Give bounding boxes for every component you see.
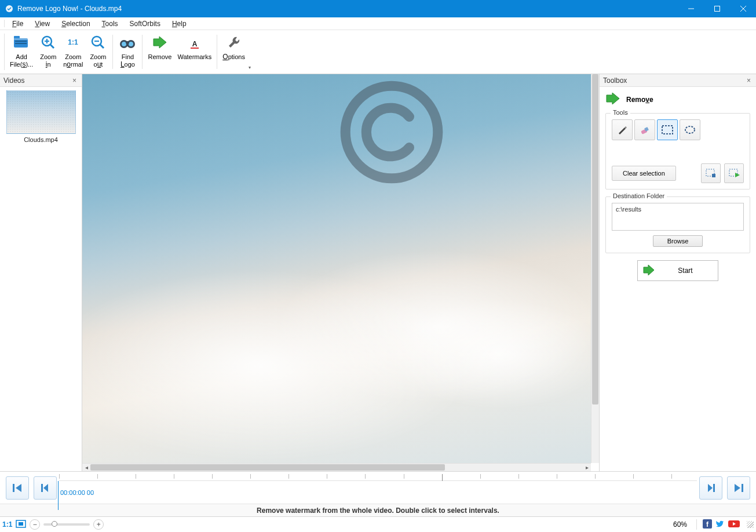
zoom-slider[interactable] xyxy=(43,523,90,526)
tool-label: Watermarks xyxy=(177,53,211,61)
zoom-in-icon xyxy=(41,32,56,52)
zoom-normal-button[interactable]: 1:1 Zoomnormal xyxy=(61,31,85,72)
videos-panel-title: Videos xyxy=(3,76,24,85)
options-button[interactable]: Options xyxy=(220,31,247,72)
add-files-button[interactable]: AddFile(s)... xyxy=(8,31,35,72)
toolbar-separator xyxy=(142,35,143,69)
svg-rect-2 xyxy=(714,6,720,12)
facebook-icon[interactable]: f xyxy=(703,519,712,530)
destination-legend: Destination Folder xyxy=(611,192,667,199)
skip-back-button[interactable] xyxy=(6,476,29,500)
zoom-out-icon xyxy=(90,32,105,52)
eraser-tool[interactable] xyxy=(634,119,655,140)
workspace: Videos × Clouds.mp4 ◂ ▸ Too xyxy=(0,74,756,471)
player-bar: 00:00:00 00 xyxy=(0,471,756,504)
svg-rect-7 xyxy=(14,38,28,40)
text-watermark-icon: A xyxy=(187,32,202,52)
toolbox-panel-close[interactable]: × xyxy=(745,76,753,85)
browse-button[interactable]: Browse xyxy=(653,235,703,247)
tool-label: Zoomout xyxy=(90,53,106,68)
arrow-remove-icon xyxy=(151,32,169,52)
main-view: ◂ ▸ xyxy=(82,74,599,471)
svg-point-25 xyxy=(345,86,438,178)
youtube-icon[interactable] xyxy=(728,519,740,530)
menu-view[interactable]: View xyxy=(29,17,56,30)
video-canvas[interactable] xyxy=(82,74,591,463)
videos-panel-header: Videos × xyxy=(0,74,82,87)
freeform-select-tool[interactable] xyxy=(680,119,700,140)
minimize-button[interactable] xyxy=(678,0,704,17)
timeline-ticks xyxy=(59,474,697,481)
menu-softorbits[interactable]: SoftOrbits xyxy=(124,17,166,30)
svg-rect-22 xyxy=(126,41,129,43)
menu-tools[interactable]: Tools xyxy=(96,17,124,30)
tool-label: Zoomnormal xyxy=(63,53,83,68)
find-logo-button[interactable]: FindLogo xyxy=(116,31,139,72)
toolbar: AddFile(s)... Zoomin 1:1 Zoomnormal Zoom… xyxy=(0,30,756,74)
close-button[interactable] xyxy=(730,0,756,17)
zoom-out-status[interactable]: − xyxy=(30,519,40,530)
horizontal-scrollbar[interactable]: ◂ ▸ xyxy=(82,463,591,471)
scroll-right-arrow[interactable]: ▸ xyxy=(583,464,591,471)
video-thumbnail-label: Clouds.mp4 xyxy=(24,136,58,143)
scrollbar-track[interactable] xyxy=(90,464,583,471)
video-thumbnail[interactable] xyxy=(6,90,76,134)
rectangle-select-tool[interactable] xyxy=(657,119,678,140)
scrollbar-thumb[interactable] xyxy=(592,74,598,405)
svg-rect-9 xyxy=(15,43,27,44)
menu-selection[interactable]: Selection xyxy=(56,17,96,30)
svg-point-20 xyxy=(122,42,126,46)
tool-label: Remove xyxy=(148,53,171,61)
videos-panel: Videos × Clouds.mp4 xyxy=(0,74,82,471)
vertical-scrollbar[interactable] xyxy=(591,74,599,463)
selection-aux2-button[interactable] xyxy=(724,163,744,183)
toolbox-panel-header: Toolbox × xyxy=(600,74,756,87)
maximize-button[interactable] xyxy=(704,0,730,17)
zoom-normal-icon: 1:1 xyxy=(65,32,81,52)
videos-panel-close[interactable]: × xyxy=(71,76,78,85)
videos-list: Clouds.mp4 xyxy=(0,87,82,147)
twitter-icon[interactable] xyxy=(715,519,725,530)
timeline[interactable]: 00:00:00 00 xyxy=(59,472,697,504)
watermarks-button[interactable]: A Watermarks xyxy=(175,31,214,72)
svg-point-21 xyxy=(129,42,133,46)
zoom-in-status[interactable]: + xyxy=(93,519,104,530)
wrench-icon xyxy=(227,32,242,52)
svg-rect-34 xyxy=(41,484,43,492)
status-bar: 1:1 − + 60% f xyxy=(0,516,756,532)
tool-label: AddFile(s)... xyxy=(10,53,33,68)
resize-grip[interactable] xyxy=(747,521,754,528)
zoom-in-button[interactable]: Zoomin xyxy=(36,31,60,72)
arrow-remove-icon xyxy=(605,93,622,106)
menu-help[interactable]: Help xyxy=(166,17,192,30)
binoculars-icon xyxy=(119,32,136,52)
marker-tool[interactable] xyxy=(612,119,633,140)
menu-bar: File View Selection Tools SoftOrbits Hel… xyxy=(0,17,756,30)
zoom-out-button[interactable]: Zoomout xyxy=(86,31,109,72)
toolbox-section-label: Remove xyxy=(626,96,653,104)
remove-button[interactable]: Remove xyxy=(145,31,174,72)
fit-screen-icon[interactable] xyxy=(16,520,26,530)
scrollbar-thumb[interactable] xyxy=(90,464,445,471)
step-back-button[interactable] xyxy=(34,476,57,500)
tools-legend: Tools xyxy=(611,109,630,116)
svg-line-16 xyxy=(100,45,104,48)
folder-video-icon xyxy=(13,32,30,52)
scroll-left-arrow[interactable]: ◂ xyxy=(82,464,90,471)
toolbar-separator xyxy=(4,34,5,70)
clear-selection-button[interactable]: Clear selection xyxy=(612,166,676,181)
tools-row xyxy=(612,119,744,140)
skip-forward-button[interactable] xyxy=(727,476,750,500)
svg-rect-31 xyxy=(712,174,715,177)
zoom-slider-knob[interactable] xyxy=(52,521,57,527)
zoom-ratio[interactable]: 1:1 xyxy=(2,520,12,529)
zoom-percent: 60% xyxy=(673,520,691,529)
tool-label: Zoomin xyxy=(40,53,56,68)
start-button[interactable]: Start xyxy=(637,260,718,281)
menu-file[interactable]: File xyxy=(6,17,29,30)
step-forward-button[interactable] xyxy=(699,476,722,500)
destination-path[interactable]: c:\results xyxy=(612,203,744,231)
selection-aux1-button[interactable] xyxy=(701,163,721,183)
toolbar-overflow[interactable]: ▾ xyxy=(249,31,254,72)
svg-text:1:1: 1:1 xyxy=(68,38,79,46)
